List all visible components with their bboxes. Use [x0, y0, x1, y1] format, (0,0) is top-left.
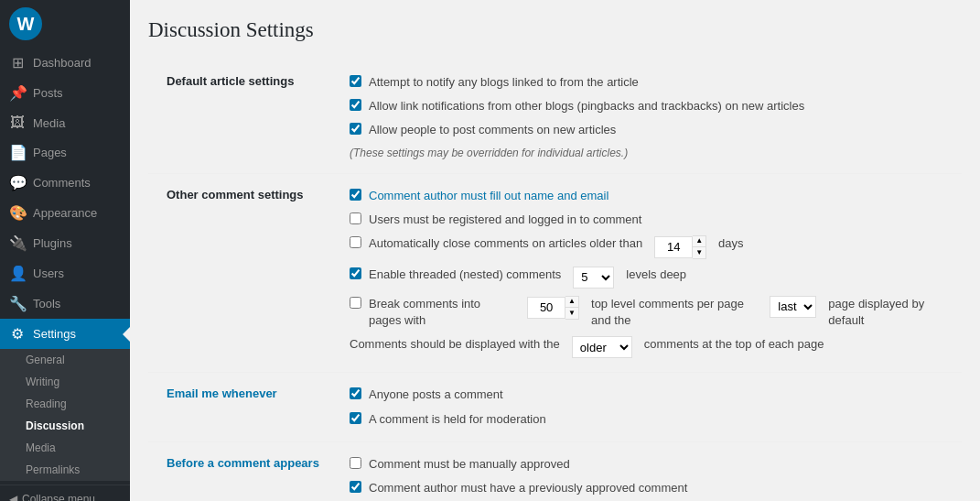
- checkbox-row: Break comments into pages with ▲ ▼ top l…: [350, 296, 943, 329]
- checkbox-row: Comment must be manually approved: [350, 456, 943, 473]
- collapse-icon: ◀: [9, 493, 17, 501]
- checkbox-row: Comment author must fill out name and em…: [350, 188, 943, 204]
- plugins-icon: 🔌: [9, 234, 26, 252]
- allow-pingbacks-checkbox[interactable]: [350, 99, 361, 111]
- sidebar-item-label: Appearance: [33, 206, 97, 220]
- author-name-email-label: Comment author must fill out name and em…: [369, 188, 608, 204]
- sidebar-item-plugins[interactable]: 🔌 Plugins: [0, 228, 130, 258]
- allow-comments-checkbox[interactable]: [350, 123, 361, 135]
- sidebar: W ⊞ Dashboard 📌 Posts 🖼 Media 📄 Pages 💬 …: [0, 0, 130, 501]
- dashboard-icon: ⊞: [9, 54, 26, 71]
- display-order-select[interactable]: newerolder: [572, 336, 632, 358]
- submenu-media[interactable]: Media: [0, 437, 130, 459]
- collapse-menu-button[interactable]: ◀ Collapse menu: [0, 485, 130, 501]
- sidebar-item-dashboard[interactable]: ⊞ Dashboard: [0, 48, 130, 78]
- sidebar-item-appearance[interactable]: 🎨 Appearance: [0, 198, 130, 228]
- sidebar-item-label: Dashboard: [33, 56, 92, 70]
- submenu-writing[interactable]: Writing: [0, 371, 130, 393]
- default-article-content: Attempt to notify any blogs linked to fr…: [340, 60, 962, 173]
- sidebar-item-pages[interactable]: 📄 Pages: [0, 137, 130, 168]
- break-pages-label-text: top level comments per page and the: [591, 296, 758, 329]
- checkbox-row: Enable threaded (nested) comments 123456…: [350, 267, 943, 289]
- users-icon: 👤: [9, 265, 26, 282]
- posts-icon: 📌: [9, 84, 26, 102]
- notify-blogs-label: Attempt to notify any blogs linked to fr…: [369, 74, 639, 91]
- manual-approval-checkbox[interactable]: [350, 457, 361, 469]
- sidebar-item-label: Tools: [33, 297, 60, 310]
- display-order-row: Comments should be displayed with the ne…: [350, 336, 943, 358]
- allow-pingbacks-label: Allow link notifications from other blog…: [369, 98, 804, 114]
- checkbox-row: Users must be registered and logged in t…: [350, 212, 943, 228]
- other-comment-row: Other comment settings Comment author mu…: [148, 173, 962, 373]
- previously-approved-label: Comment author must have a previously ap…: [369, 480, 687, 496]
- checkbox-row: Allow link notifications from other blog…: [350, 98, 943, 114]
- settings-submenu: General Writing Reading Discussion Media…: [0, 349, 130, 481]
- other-comment-label: Other comment settings: [148, 173, 340, 373]
- email-whenever-content: Anyone posts a comment A comment is held…: [340, 373, 962, 441]
- previously-approved-checkbox[interactable]: [350, 481, 361, 493]
- main-content: Discussion Settings Default article sett…: [130, 0, 980, 501]
- auto-close-label-after: days: [718, 235, 743, 252]
- auto-close-label-before: Automatically close comments on articles…: [369, 235, 642, 252]
- submenu-permalinks[interactable]: Permalinks: [0, 459, 130, 481]
- spinner-up-2[interactable]: ▲: [565, 297, 578, 308]
- sidebar-menu: ⊞ Dashboard 📌 Posts 🖼 Media 📄 Pages 💬 Co…: [0, 48, 130, 349]
- sidebar-item-comments[interactable]: 💬 Comments: [0, 168, 130, 198]
- break-pages-checkbox[interactable]: [350, 297, 361, 309]
- page-title: Discussion Settings: [148, 18, 962, 42]
- tools-icon: 🔧: [9, 295, 26, 312]
- checkbox-row: Attempt to notify any blogs linked to fr…: [350, 74, 943, 91]
- allow-comments-label: Allow people to post comments on new art…: [369, 122, 616, 138]
- notify-blogs-checkbox[interactable]: [350, 75, 361, 87]
- sidebar-item-label: Posts: [33, 86, 63, 100]
- sidebar-item-label: Users: [33, 267, 64, 280]
- sidebar-item-users[interactable]: 👤 Users: [0, 258, 130, 289]
- spinner-down-2[interactable]: ▼: [565, 308, 578, 319]
- auto-close-spinner: ▲ ▼: [654, 235, 706, 259]
- settings-table: Default article settings Attempt to noti…: [148, 60, 962, 501]
- email-whenever-label: Email me whenever: [148, 373, 340, 441]
- submenu-reading[interactable]: Reading: [0, 393, 130, 415]
- sidebar-item-tools[interactable]: 🔧 Tools: [0, 289, 130, 319]
- threaded-comments-checkbox[interactable]: [350, 267, 361, 279]
- sidebar-item-posts[interactable]: 📌 Posts: [0, 78, 130, 108]
- spinner-up[interactable]: ▲: [693, 236, 705, 247]
- break-pages-label-before: Break comments into pages with: [369, 296, 515, 329]
- checkbox-row: Anyone posts a comment: [350, 387, 943, 403]
- submenu-general[interactable]: General: [0, 349, 130, 371]
- registered-users-checkbox[interactable]: [350, 212, 361, 224]
- submenu-discussion[interactable]: Discussion: [0, 415, 130, 437]
- sidebar-item-label: Plugins: [33, 236, 72, 250]
- spinner-buttons-2: ▲ ▼: [565, 296, 579, 320]
- comment-held-checkbox[interactable]: [350, 412, 361, 424]
- settings-icon: ⚙: [9, 325, 26, 343]
- before-comment-label: Before a comment appears: [148, 441, 340, 501]
- sidebar-item-label: Media: [33, 116, 65, 130]
- media-icon: 🖼: [9, 114, 26, 131]
- default-article-label: Default article settings: [148, 60, 340, 173]
- checkbox-row: A comment is held for moderation: [350, 411, 943, 428]
- default-article-row: Default article settings Attempt to noti…: [148, 60, 962, 173]
- sidebar-logo: W: [0, 0, 130, 48]
- comment-held-label: A comment is held for moderation: [369, 411, 546, 428]
- break-pages-select[interactable]: firstlast: [770, 296, 816, 318]
- before-comment-row: Before a comment appears Comment must be…: [148, 441, 962, 501]
- auto-close-days-input[interactable]: [654, 236, 693, 258]
- sidebar-item-settings[interactable]: ⚙ Settings: [0, 319, 130, 349]
- author-name-email-checkbox[interactable]: [350, 189, 361, 201]
- spinner-down[interactable]: ▼: [693, 247, 705, 258]
- manual-approval-label: Comment must be manually approved: [369, 456, 570, 473]
- checkbox-row: Comment author must have a previously ap…: [350, 480, 943, 496]
- sidebar-item-media[interactable]: 🖼 Media: [0, 108, 130, 137]
- threaded-depth-select[interactable]: 12345678910: [573, 267, 614, 289]
- display-order-label-before: Comments should be displayed with the: [350, 336, 560, 353]
- sidebar-item-label: Pages: [33, 146, 67, 159]
- break-pages-input[interactable]: [527, 297, 565, 319]
- checkbox-row: Allow people to post comments on new art…: [350, 122, 943, 138]
- auto-close-checkbox[interactable]: [350, 236, 361, 248]
- anyone-posts-checkbox[interactable]: [350, 387, 361, 399]
- appearance-icon: 🎨: [9, 204, 26, 222]
- threaded-comments-label-after: levels deep: [626, 267, 686, 283]
- spinner-buttons: ▲ ▼: [693, 235, 706, 259]
- sidebar-item-label: Settings: [33, 327, 76, 341]
